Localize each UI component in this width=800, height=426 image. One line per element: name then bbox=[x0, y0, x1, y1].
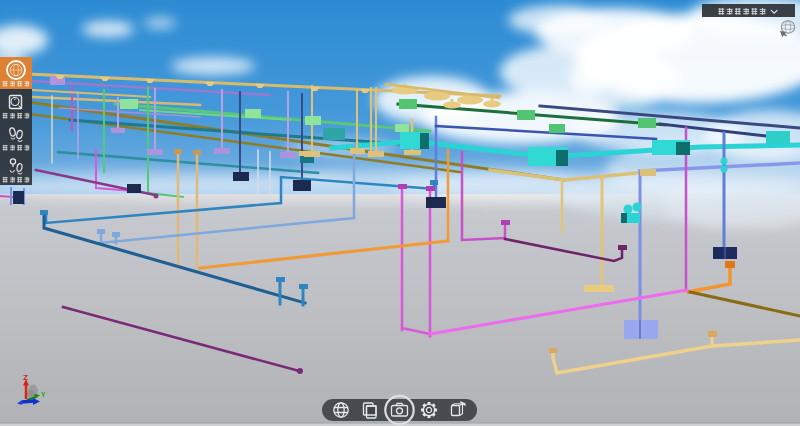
svg-text:Y: Y bbox=[41, 391, 46, 398]
svg-text:Z: Z bbox=[23, 373, 28, 382]
